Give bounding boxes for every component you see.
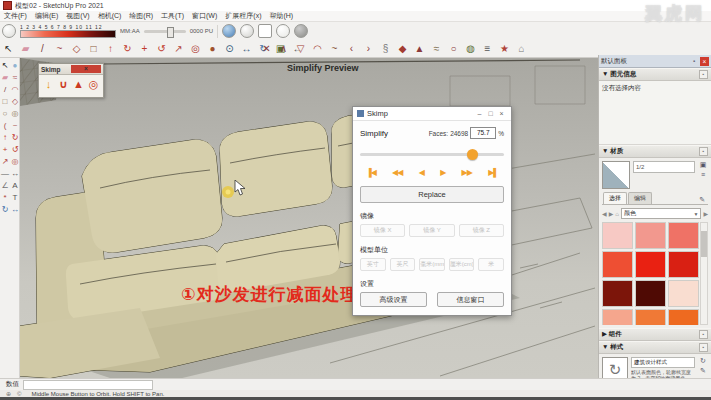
pie-tool-icon[interactable]: ~ bbox=[10, 120, 20, 132]
shapes-tool-icon[interactable]: ◇ bbox=[10, 96, 20, 108]
wireframe-sphere-icon[interactable] bbox=[240, 24, 254, 38]
skimp-import-icon[interactable]: ↓ bbox=[42, 77, 55, 91]
menu-item[interactable]: 编辑(E) bbox=[35, 11, 58, 21]
display-pane-icon[interactable]: ▣ bbox=[698, 161, 708, 169]
playback-button[interactable]: ▶▶ bbox=[462, 168, 472, 177]
tape-measure-icon[interactable]: — bbox=[0, 168, 10, 180]
dialog-titlebar[interactable]: Skimp – □ × bbox=[353, 107, 511, 121]
style-name-field[interactable]: 建筑设计样式 bbox=[631, 357, 695, 368]
unit-button[interactable]: 英寸 bbox=[360, 258, 386, 271]
entity-info-header[interactable]: ▼ 图元信息 ▪ bbox=[599, 68, 711, 81]
dice-icon[interactable] bbox=[258, 24, 272, 38]
rotate-tool-icon[interactable]: ↺ bbox=[155, 42, 168, 55]
offset-tool-icon[interactable]: ◎ bbox=[10, 156, 20, 168]
plugin-icon[interactable]: ~ bbox=[328, 42, 341, 55]
plugin-icon[interactable]: ○ bbox=[447, 42, 460, 55]
skimp-reduce-icon[interactable]: ◎ bbox=[87, 77, 100, 91]
vcb-input[interactable] bbox=[23, 380, 153, 390]
playback-button[interactable]: ▶ bbox=[440, 168, 445, 177]
unit-button[interactable]: 厘米(cm) bbox=[449, 258, 475, 271]
tray-header[interactable]: 默认面板 ▪ × bbox=[599, 55, 711, 68]
circle-tool-icon[interactable]: ○ bbox=[0, 108, 10, 120]
rotate-tool-icon[interactable]: ↺ bbox=[10, 144, 20, 156]
section-options-icon[interactable]: ▪ bbox=[699, 330, 708, 339]
unit-button[interactable]: 米 bbox=[478, 258, 504, 271]
playback-button[interactable]: ◀◀ bbox=[392, 168, 402, 177]
menu-item[interactable]: 工具(T) bbox=[161, 11, 184, 21]
home-icon[interactable]: ⌂ bbox=[615, 211, 619, 217]
arc-tool-icon[interactable]: ◠ bbox=[10, 84, 20, 96]
collection-dropdown[interactable]: 颜色▼ bbox=[621, 208, 702, 219]
plugin-icon[interactable]: ⌂ bbox=[515, 42, 528, 55]
plugin-icon[interactable]: ◆ bbox=[396, 42, 409, 55]
materials-header[interactable]: ▼ 材质 ▪ bbox=[599, 145, 711, 158]
material-name-field[interactable]: 1/2 bbox=[633, 161, 695, 173]
close-icon[interactable]: × bbox=[700, 57, 709, 66]
zoom-tool-icon[interactable]: ⊙ bbox=[223, 42, 236, 55]
close-icon[interactable]: × bbox=[71, 65, 101, 73]
create-material-icon[interactable]: ≡ bbox=[698, 171, 708, 178]
menu-item[interactable]: 扩展程序(x) bbox=[225, 11, 261, 21]
monochrome-sphere-icon[interactable] bbox=[294, 24, 308, 38]
move-tool-icon[interactable]: + bbox=[0, 144, 10, 156]
material-preview[interactable] bbox=[602, 161, 630, 189]
select-tool-icon[interactable]: ↖ bbox=[0, 60, 10, 72]
polygon-tool-icon[interactable]: ◎ bbox=[10, 108, 20, 120]
paint-bucket-icon[interactable]: ● bbox=[206, 42, 219, 55]
scale-tool-icon[interactable]: ↗ bbox=[0, 156, 10, 168]
flip-button[interactable]: 镜像 X bbox=[360, 224, 405, 237]
simplify-slider-knob[interactable] bbox=[467, 149, 478, 160]
minimize-icon[interactable]: – bbox=[474, 110, 485, 117]
offset-tool-icon[interactable]: ◎ bbox=[189, 42, 202, 55]
component-tool-icon[interactable]: ● bbox=[10, 60, 20, 72]
freehand-tool-icon[interactable]: ~ bbox=[53, 42, 66, 55]
follow-me-tool-icon[interactable]: ↻ bbox=[10, 132, 20, 144]
forward-icon[interactable]: ▶ bbox=[609, 210, 614, 217]
close-icon[interactable]: × bbox=[496, 110, 507, 117]
materials-tab[interactable]: 编辑 bbox=[628, 192, 652, 204]
back-icon[interactable]: ◀ bbox=[602, 210, 607, 217]
geolocation-icon[interactable]: ⊕ bbox=[6, 390, 11, 397]
arc2-tool-icon[interactable]: ( bbox=[0, 120, 10, 132]
plugin-icon[interactable]: ≡ bbox=[481, 42, 494, 55]
pin-icon[interactable]: ▪ bbox=[693, 58, 700, 64]
plugin-icon[interactable]: › bbox=[362, 42, 375, 55]
section-options-icon[interactable]: ▪ bbox=[699, 70, 708, 79]
skimp-mesh-icon[interactable]: ▲ bbox=[72, 77, 85, 91]
playback-button[interactable]: ▶▌ bbox=[488, 168, 498, 177]
follow-me-tool-icon[interactable]: ↻ bbox=[121, 42, 134, 55]
components-header[interactable]: ▶ 组件 ▪ bbox=[599, 328, 711, 341]
color-swatch[interactable] bbox=[602, 280, 633, 307]
eraser-tool-icon[interactable]: ▰ bbox=[19, 42, 32, 55]
menu-item[interactable]: 文件(F) bbox=[4, 11, 27, 21]
pan-tool-icon[interactable]: ↔ bbox=[240, 42, 253, 55]
subdivision-strip[interactable]: 1 2 3 4 5 6 7 8 9 10 11 12 bbox=[20, 24, 116, 38]
simplify-slider[interactable] bbox=[360, 149, 504, 160]
scale-tool-icon[interactable]: ↗ bbox=[172, 42, 185, 55]
plugin-icon[interactable]: ∧ bbox=[277, 42, 290, 55]
plugin-icon[interactable]: ◍ bbox=[464, 42, 477, 55]
unit-button[interactable]: 英尺 bbox=[390, 258, 416, 271]
color-swatch[interactable] bbox=[668, 251, 699, 278]
slider-track[interactable] bbox=[360, 153, 504, 156]
color-swatch[interactable] bbox=[635, 280, 666, 307]
update-style-icon[interactable]: ↻ bbox=[698, 357, 708, 365]
plugin-icon[interactable]: § bbox=[379, 42, 392, 55]
styles-header[interactable]: ▼ 样式 ▪ bbox=[599, 341, 711, 354]
protractor-tool-icon[interactable]: ∠ bbox=[0, 180, 10, 192]
color-swatch[interactable] bbox=[602, 309, 633, 325]
move-tool-icon[interactable]: + bbox=[138, 42, 151, 55]
color-swatch[interactable] bbox=[668, 309, 699, 325]
orbit-style-icon[interactable] bbox=[2, 24, 16, 38]
freehand-tool-icon[interactable]: ≈ bbox=[10, 72, 20, 84]
skimp-simplify-icon[interactable]: ∪ bbox=[57, 77, 70, 91]
playback-button[interactable]: ▐◀ bbox=[366, 168, 376, 177]
menu-item[interactable]: 绘图(R) bbox=[129, 11, 153, 21]
push-pull-tool-icon[interactable]: ↑ bbox=[104, 42, 117, 55]
hidden-line-sphere-icon[interactable] bbox=[276, 24, 290, 38]
percent-input[interactable]: 75.7 bbox=[470, 127, 496, 139]
skimp-toolbar-titlebar[interactable]: Skimp × bbox=[39, 64, 103, 75]
unit-button[interactable]: 毫米(mm) bbox=[419, 258, 445, 271]
menu-item[interactable]: 帮助(H) bbox=[269, 11, 293, 21]
section-options-icon[interactable]: ▪ bbox=[699, 343, 708, 352]
